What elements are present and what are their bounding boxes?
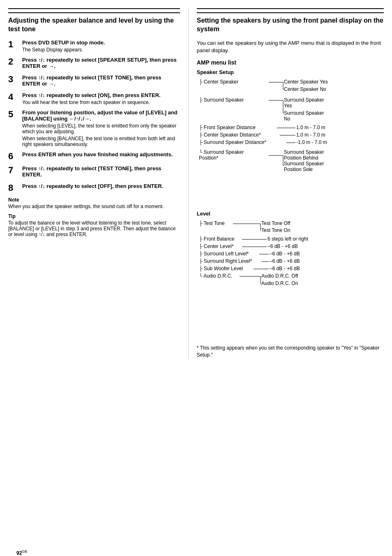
svg-text:No: No [284,116,291,122]
level-svg: ├ Test Tone Test Tone Off Test Tone On ├… [197,219,374,338]
svg-text:└ Surround Speaker: └ Surround Speaker [199,149,244,155]
svg-text:├ Surround Left Level*: ├ Surround Left Level* [199,251,249,257]
svg-text:└ Audio D.R.C.: └ Audio D.R.C. [199,273,232,279]
step-1-main: Press DVD SETUP in stop mode. [22,39,180,46]
step-5-number: 5 [8,109,20,119]
svg-text:├ Test Tone: ├ Test Tone [199,220,225,227]
step-7-main: Press ↑/↓ repeatedly to select [TEST TON… [22,165,180,178]
step-4-content: Press ↑/↓ repeatedly to select [ON], the… [22,92,180,105]
svg-text:Test Tone Off: Test Tone Off [261,220,291,226]
step-1: 1 Press DVD SETUP in stop mode. The Setu… [8,39,180,53]
tip-section: Tip To adjust the balance or the level w… [8,213,180,237]
step-5-content: From your listening position, adjust the… [22,109,180,147]
right-intro: You can set the speakers by using the AM… [197,39,384,54]
svg-text:-1.0 m - 7.0 m: -1.0 m - 7.0 m [296,139,327,145]
svg-text:├ Center Level*: ├ Center Level* [199,243,234,250]
svg-text:Position*: Position* [199,155,219,161]
right-section-title: Setting the speakers by using the front … [197,12,384,34]
step-2-number: 2 [8,57,20,67]
step-5-sub2: When selecting [BALANCE], the test tone … [22,136,180,147]
step-6-number: 6 [8,151,20,161]
step-3-number: 3 [8,74,20,84]
svg-text:├ Center Speaker Distance*: ├ Center Speaker Distance* [199,132,261,138]
step-3-main: Press ↑/↓ repeatedly to select [TEST TON… [22,74,180,87]
step-8-number: 8 [8,183,20,193]
page-number: 92GB [16,549,27,556]
svg-text:Audio D.R.C. Off: Audio D.R.C. Off [261,273,298,279]
left-section-title: Adjusting the speaker balance and level … [8,12,180,34]
svg-text:├ Surround Speaker: ├ Surround Speaker [199,97,244,103]
step-5-sub1: When selecting [LEVEL], the test tone is… [22,123,180,134]
step-1-content: Press DVD SETUP in stop mode. The Setup … [22,39,180,53]
level-title: Level [197,211,384,217]
svg-text:Center Speaker Yes: Center Speaker Yes [284,79,328,85]
left-column: Adjusting the speaker balance and level … [8,8,189,359]
step-8-main: Press ↑/↓ repeatedly to select [OFF], th… [22,183,180,189]
step-1-sub: The Setup Display appears. [22,47,180,53]
svg-text:├ Center Speaker: ├ Center Speaker [199,79,238,85]
step-1-number: 1 [8,39,20,49]
svg-text:Position Behind: Position Behind [284,155,318,161]
svg-text:Surround Speaker: Surround Speaker [284,97,324,103]
svg-text:Center Speaker No: Center Speaker No [284,86,326,92]
step-7-number: 7 [8,165,20,175]
right-divider [197,8,384,9]
speaker-setup-svg: ├ Center Speaker Center Speaker Yes Cent… [197,78,374,205]
svg-text:├ Surround Speaker Distance*: ├ Surround Speaker Distance* [199,139,266,146]
step-7: 7 Press ↑/↓ repeatedly to select [TEST T… [8,165,180,179]
svg-text:–6 dB - +6 dB: –6 dB - +6 dB [270,266,300,271]
footnote-text: This setting appears when you set the co… [197,345,380,358]
note-text: When you adjust the speaker settings, th… [8,204,180,209]
note-label: Note [8,197,180,203]
svg-text:Surround Speaker: Surround Speaker [284,149,324,155]
svg-text:Surround Speaker: Surround Speaker [284,161,324,167]
svg-text:├ Sub Woofer Level: ├ Sub Woofer Level [199,266,243,272]
step-3: 3 Press ↑/↓ repeatedly to select [TEST T… [8,74,180,88]
step-8-content: Press ↑/↓ repeatedly to select [OFF], th… [22,183,180,190]
right-column: Setting the speakers by using the front … [189,8,384,359]
amp-menu-title: AMP menu list [197,59,384,66]
footnote-star: * [197,345,200,351]
step-4-sub: You will hear the test tone from each sp… [22,100,180,105]
step-2: 2 Press ↑/↓ repeatedly to select [SPEAKE… [8,57,180,70]
svg-text:├ Surround Right Level*: ├ Surround Right Level* [199,258,252,264]
tip-label: Tip [8,213,180,219]
svg-text:6 steps left or right: 6 steps left or right [267,236,308,242]
speaker-setup-title: Speaker Setup [197,69,384,75]
step-2-content: Press ↑/↓ repeatedly to select [SPEAKER … [22,57,180,70]
svg-text:–6 dB - +6 dB: –6 dB - +6 dB [267,243,298,249]
svg-text:Audio D.R.C. On: Audio D.R.C. On [261,280,298,286]
svg-text:–6 dB - +6 dB: –6 dB - +6 dB [270,258,300,264]
svg-text:├ Front Speaker Distance: ├ Front Speaker Distance [199,125,256,131]
step-3-content: Press ↑/↓ repeatedly to select [TEST TON… [22,74,180,88]
svg-text:Position Side: Position Side [284,167,313,172]
svg-text:Surround Speaker: Surround Speaker [284,110,324,116]
left-divider [8,8,180,9]
step-5-main: From your listening position, adjust the… [22,109,180,122]
step-4-number: 4 [8,92,20,102]
step-7-content: Press ↑/↓ repeatedly to select [TEST TON… [22,165,180,179]
step-6: 6 Press ENTER when you have finished mak… [8,151,180,161]
svg-text:–6 dB - +6 dB: –6 dB - +6 dB [270,251,300,257]
step-6-content: Press ENTER when you have finished makin… [22,151,180,159]
svg-text:├ Front Balance: ├ Front Balance [199,236,235,242]
step-5: 5 From your listening position, adjust t… [8,109,180,147]
speaker-setup-tree: ├ Center Speaker Center Speaker Yes Cent… [197,78,384,206]
level-tree: ├ Test Tone Test Tone Off Test Tone On ├… [197,219,384,340]
footnote: * This setting appears when you set the … [197,345,384,359]
step-4-main: Press ↑/↓ repeatedly to select [ON], the… [22,92,180,98]
tip-text: To adjust the balance or the level witho… [8,220,180,237]
step-4: 4 Press ↑/↓ repeatedly to select [ON], t… [8,92,180,105]
svg-text:1.0 m - 7.0 m: 1.0 m - 7.0 m [296,132,325,138]
step-2-main: Press ↑/↓ repeatedly to select [SPEAKER … [22,57,180,69]
note-section: Note When you adjust the speaker setting… [8,197,180,209]
svg-text:Yes: Yes [284,103,292,109]
svg-text:1.0 m - 7.0 m: 1.0 m - 7.0 m [296,125,325,130]
step-6-main: Press ENTER when you have finished makin… [22,151,180,158]
step-8: 8 Press ↑/↓ repeatedly to select [OFF], … [8,183,180,193]
svg-text:Test Tone On: Test Tone On [261,227,291,233]
